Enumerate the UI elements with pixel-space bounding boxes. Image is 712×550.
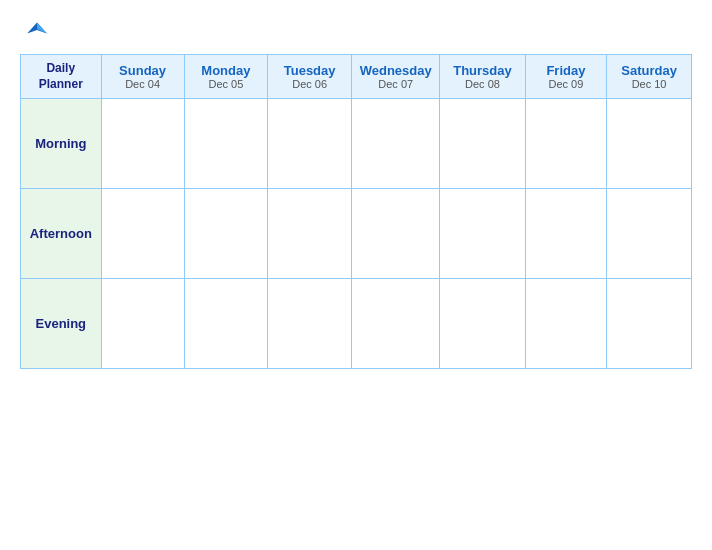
cell-evening-wednesday[interactable] bbox=[352, 279, 440, 369]
cell-evening-sunday[interactable] bbox=[101, 279, 184, 369]
header-daily-planner: DailyPlanner bbox=[39, 61, 83, 91]
cell-afternoon-tuesday[interactable] bbox=[268, 189, 352, 279]
header-day-friday: FridayDec 09 bbox=[525, 55, 606, 99]
cell-afternoon-saturday[interactable] bbox=[607, 189, 692, 279]
cell-evening-tuesday[interactable] bbox=[268, 279, 352, 369]
cell-evening-monday[interactable] bbox=[184, 279, 267, 369]
header-label-cell: DailyPlanner bbox=[21, 55, 102, 99]
header-day-wednesday: WednesdayDec 07 bbox=[352, 55, 440, 99]
cell-morning-thursday[interactable] bbox=[440, 99, 525, 189]
cell-morning-monday[interactable] bbox=[184, 99, 267, 189]
logo bbox=[20, 18, 48, 40]
cell-morning-sunday[interactable] bbox=[101, 99, 184, 189]
table-row-morning: Morning bbox=[21, 99, 692, 189]
cell-afternoon-thursday[interactable] bbox=[440, 189, 525, 279]
logo-bird-icon bbox=[26, 18, 48, 40]
cell-morning-friday[interactable] bbox=[525, 99, 606, 189]
header-day-thursday: ThursdayDec 08 bbox=[440, 55, 525, 99]
cell-evening-friday[interactable] bbox=[525, 279, 606, 369]
cell-evening-thursday[interactable] bbox=[440, 279, 525, 369]
row-label-evening: Evening bbox=[21, 279, 102, 369]
header-day-sunday: SundayDec 04 bbox=[101, 55, 184, 99]
table-row-afternoon: Afternoon bbox=[21, 189, 692, 279]
cell-evening-saturday[interactable] bbox=[607, 279, 692, 369]
cell-afternoon-wednesday[interactable] bbox=[352, 189, 440, 279]
cell-morning-wednesday[interactable] bbox=[352, 99, 440, 189]
cell-afternoon-friday[interactable] bbox=[525, 189, 606, 279]
svg-marker-1 bbox=[37, 22, 47, 33]
cell-afternoon-monday[interactable] bbox=[184, 189, 267, 279]
row-label-afternoon: Afternoon bbox=[21, 189, 102, 279]
table-header-row: DailyPlanner SundayDec 04MondayDec 05Tue… bbox=[21, 55, 692, 99]
cell-morning-tuesday[interactable] bbox=[268, 99, 352, 189]
cell-morning-saturday[interactable] bbox=[607, 99, 692, 189]
cell-afternoon-sunday[interactable] bbox=[101, 189, 184, 279]
planner-table: DailyPlanner SundayDec 04MondayDec 05Tue… bbox=[20, 54, 692, 369]
row-label-morning: Morning bbox=[21, 99, 102, 189]
header-day-tuesday: TuesdayDec 06 bbox=[268, 55, 352, 99]
page-wrapper: DailyPlanner SundayDec 04MondayDec 05Tue… bbox=[20, 18, 692, 369]
header bbox=[20, 18, 692, 40]
header-day-saturday: SaturdayDec 10 bbox=[607, 55, 692, 99]
header-day-monday: MondayDec 05 bbox=[184, 55, 267, 99]
table-row-evening: Evening bbox=[21, 279, 692, 369]
